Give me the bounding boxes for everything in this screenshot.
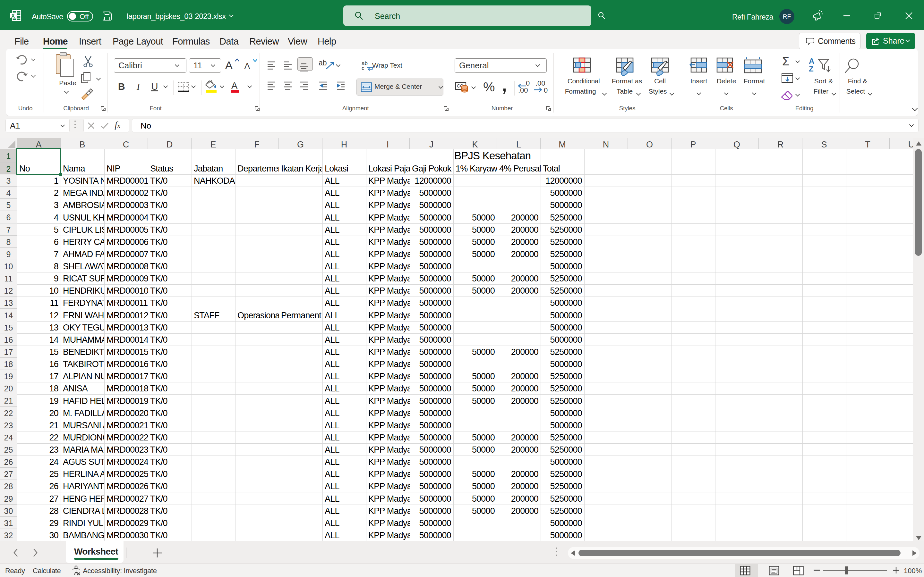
svg-text:X: X [11, 13, 15, 19]
